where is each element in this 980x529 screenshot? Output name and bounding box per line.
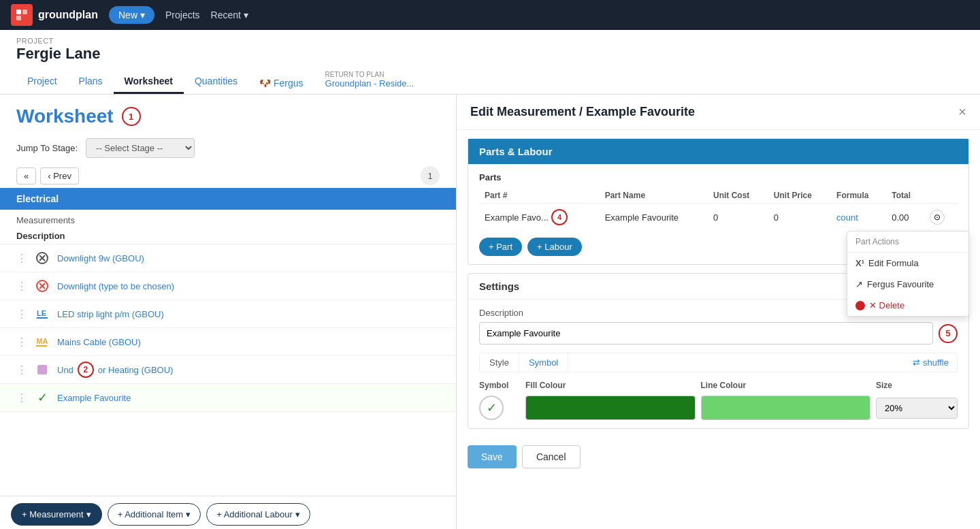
col-part-name: Part Name (600, 188, 708, 204)
parts-table: Part # Part Name Unit Cost Unit Price Fo… (479, 188, 958, 231)
parts-labour-header: Parts & Labour (468, 139, 968, 164)
svg-rect-0 (16, 10, 21, 14)
row-action-button[interactable]: ⊙ (930, 210, 945, 225)
svg-rect-2 (16, 16, 21, 20)
jump-select[interactable]: -- Select Stage -- (86, 138, 195, 158)
tab-quantities[interactable]: Quantities (184, 70, 248, 94)
cell-total: 0.00 (886, 204, 924, 231)
list-item: ⋮ Und 2 or Heating (GBOU) (0, 356, 456, 384)
item-name-cont[interactable]: or Heating (GBOU) (98, 365, 448, 375)
external-link-icon: ↗ (855, 279, 863, 289)
bottom-bar: + Measurement ▾ + Additional Item ▾ + Ad… (0, 496, 456, 529)
drag-handle[interactable]: ⋮ (16, 308, 27, 321)
item-name[interactable]: Mains Cable (GBOU) (57, 337, 448, 347)
add-measurement-button[interactable]: + Measurement ▾ (11, 503, 102, 526)
box-pink-icon (34, 362, 50, 378)
chevron-down-icon: ▾ (295, 509, 300, 519)
add-additional-item-button[interactable]: + Additional Item ▾ (108, 503, 201, 526)
item-name-example[interactable]: Example Favourite (57, 393, 448, 403)
item-name[interactable]: Downlight 9w (GBOU) (57, 253, 448, 263)
project-label: PROJECT (16, 37, 964, 45)
tab-worksheet[interactable]: Worksheet (114, 70, 184, 94)
style-tab[interactable]: Style (480, 353, 519, 372)
chevron-down-icon: ▾ (86, 509, 91, 519)
nav-buttons: « ‹ Prev (16, 167, 79, 185)
tab-project[interactable]: Project (16, 70, 68, 94)
drag-handle[interactable]: ⋮ (16, 336, 27, 349)
tab-plans[interactable]: Plans (68, 70, 114, 94)
item-name[interactable]: Und (57, 365, 74, 375)
edit-measurement-panel: Edit Measurement / Example Favourite × P… (456, 95, 980, 529)
annotation-5: 5 (938, 324, 958, 343)
logo: groundplan (11, 4, 98, 26)
col-total: Total (886, 188, 924, 204)
add-part-button[interactable]: + Part (479, 238, 522, 256)
annotation-4: 4 (551, 209, 568, 225)
drag-handle[interactable]: ⋮ (16, 280, 27, 293)
symbol-header: Symbol (479, 381, 520, 390)
item-name[interactable]: LED strip light p/m (GBOU) (57, 309, 448, 319)
col-unit-price: Unit Price (768, 188, 831, 204)
main-layout: Worksheet 1 Jump To Stage: -- Select Sta… (0, 95, 980, 529)
check-icon: ✓ (34, 389, 50, 406)
col-formula: Formula (831, 188, 886, 204)
cell-unit-cost: 0 (708, 204, 768, 231)
projects-link[interactable]: Projects (165, 10, 200, 20)
top-nav: groundplan New ▾ Projects Recent ▾ (0, 0, 980, 30)
list-item: ⋮ LE LED strip light p/m (GBOU) (0, 300, 456, 328)
back-button[interactable]: « (16, 167, 36, 185)
symbol-preview[interactable]: ✓ (479, 396, 504, 420)
section-header: Electrical (0, 188, 456, 210)
tab-fergus[interactable]: 🐶 Fergus (248, 72, 314, 94)
modal-title: Edit Measurement / Example Favourite (470, 105, 695, 119)
shuffle-icon: ⇄ (913, 357, 920, 368)
measurements-label: Measurements (0, 210, 456, 228)
description-input[interactable] (479, 322, 933, 344)
add-additional-labour-button[interactable]: + Additional Labour ▾ (206, 503, 310, 526)
drag-handle[interactable]: ⋮ (16, 364, 27, 376)
prev-button[interactable]: ‹ Prev (40, 167, 79, 185)
fergus-icon: 🐶 (259, 78, 271, 89)
cancel-button[interactable]: Cancel (522, 445, 581, 468)
close-button[interactable]: × (958, 104, 966, 120)
jump-row: Jump To Stage: -- Select Stage -- (0, 133, 456, 163)
formula-icon: X¹ (855, 258, 864, 268)
list-item-example: ⋮ ✓ Example Favourite (0, 384, 456, 412)
tabs-row: Project Plans Worksheet Quantities 🐶 Fer… (16, 68, 964, 94)
shuffle-button[interactable]: ⇄ shuffle (904, 353, 957, 372)
table-row: Example Favo... 4 Example Favourite 0 0 … (479, 204, 958, 231)
recent-link[interactable]: Recent ▾ (211, 10, 248, 20)
cell-unit-price: 0 (768, 204, 831, 231)
chevron-down-icon: ▾ (140, 10, 145, 20)
return-to-plan[interactable]: RETURN TO PLAN Groundplan - Reside... (314, 68, 425, 94)
line-colour-header: Line Colour (701, 381, 871, 390)
x-circle-red-icon (34, 278, 50, 294)
fill-colour-header: Fill Colour (525, 381, 696, 390)
logo-icon (11, 4, 33, 26)
add-labour-button[interactable]: + Labour (527, 238, 582, 256)
left-panel: Worksheet 1 Jump To Stage: -- Select Sta… (0, 95, 456, 529)
le-icon: LE (34, 306, 50, 322)
parts-label: Parts (479, 172, 958, 182)
size-select[interactable]: 20% (876, 398, 958, 419)
jump-label: Jump To Stage: (16, 143, 78, 153)
drag-handle[interactable]: ⋮ (16, 252, 27, 265)
cell-formula[interactable]: count (831, 204, 886, 231)
fill-colour-swatch[interactable] (525, 396, 696, 420)
save-button[interactable]: Save (468, 445, 517, 468)
new-button[interactable]: New ▾ (109, 6, 154, 24)
fergus-favourite-item[interactable]: ↗ Fergus Favourite (847, 274, 968, 295)
project-header: PROJECT Fergie Lane Project Plans Worksh… (0, 30, 980, 95)
item-name[interactable]: Downlight (type to be chosen) (57, 281, 448, 291)
table-header: Description (0, 228, 456, 244)
drag-handle[interactable]: ⋮ (16, 391, 27, 404)
page-title: Worksheet (16, 106, 114, 127)
edit-formula-item[interactable]: X¹ Edit Formula (847, 253, 968, 274)
modal-header: Edit Measurement / Example Favourite × (457, 95, 980, 130)
line-colour-swatch[interactable] (701, 396, 871, 420)
symbol-tab[interactable]: Symbol (519, 353, 568, 372)
return-label: RETURN TO PLAN (325, 71, 414, 78)
context-menu: Part Actions X¹ Edit Formula ↗ Fergus Fa… (847, 231, 969, 317)
cell-actions: ⊙ (924, 204, 958, 231)
delete-item[interactable]: ✕ Delete (847, 295, 968, 316)
